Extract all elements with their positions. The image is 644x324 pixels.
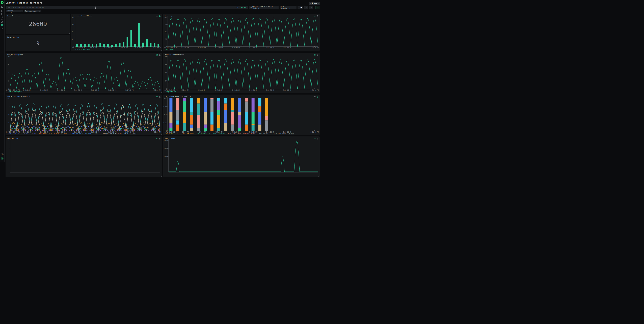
svg-text:100: 100 [7, 98, 10, 99]
svg-text:Dec 16 5:29:30 PM: Dec 16 5:29:30 PM [164, 47, 178, 48]
legend-item[interactable]: — clickpipes-aws-p..outheast-2.12c4n [99, 133, 128, 134]
svg-text:20K: 20K [164, 56, 167, 57]
legend-item[interactable]: — poll_success_syn..-flow-task-queue [226, 133, 255, 134]
legend-item[interactable]: — requests/sec [165, 91, 176, 92]
chart-legend: — clickpipes-aws-p..-us-east-2.12c4n— cl… [7, 133, 160, 134]
line-chart-icon[interactable] [156, 138, 158, 139]
svg-text:5:47:00 PM: 5:47:00 PM [126, 131, 134, 133]
resize-handle[interactable] [318, 92, 319, 93]
resize-handle[interactable] [318, 50, 319, 51]
app-logo-icon[interactable] [1, 1, 4, 4]
panel-title: Open Workflows [7, 15, 20, 17]
sql-mode-label[interactable]: SQL [236, 6, 239, 8]
kebab-menu-button[interactable]: ⋮ [317, 2, 320, 5]
legend-item[interactable]: — poll_success - c..-flow-task-queue [257, 133, 286, 134]
chart-mode-toggle[interactable] [156, 96, 160, 98]
filter-temporal-region[interactable]: Temporal region [24, 10, 41, 12]
bar-chart-icon[interactable] [159, 96, 160, 98]
resize-handle[interactable] [161, 92, 162, 93]
legend-more-link[interactable]: +56 more [288, 133, 294, 134]
dashboards-grid-icon[interactable] [1, 24, 3, 26]
svg-text:10K: 10K [164, 72, 167, 74]
resize-handle[interactable] [318, 134, 319, 135]
service-graph-icon[interactable] [1, 21, 3, 23]
svg-text:5:44:30 PM: 5:44:30 PM [266, 47, 274, 48]
granularity-select[interactable]: Auto Granularity [280, 6, 296, 9]
legend-item[interactable]: — no_poller_tasks ..-flow-task-queue [165, 133, 194, 134]
panel-toggle-icon[interactable] [1, 6, 3, 8]
svg-text:Dec 16 5:29:30 PM: Dec 16 5:29:30 PM [164, 131, 178, 133]
line-chart-icon[interactable] [156, 96, 158, 98]
bar-chart-icon[interactable] [317, 96, 318, 98]
bar-chart-icon[interactable] [159, 15, 160, 17]
legend-item[interactable]: — action/sec [165, 49, 174, 50]
settings-gear-icon[interactable] [1, 28, 3, 30]
svg-text:0.2: 0.2 [72, 38, 74, 40]
line-chart-icon[interactable] [314, 15, 316, 17]
alerts-bell-icon[interactable] [1, 15, 3, 18]
help-button[interactable]: ? [1, 153, 4, 156]
legend-item[interactable]: — clickpipes-aws-p..-us-east-2.12c4n [7, 133, 36, 134]
chart-mode-toggle[interactable] [314, 15, 318, 17]
query-language-toggle[interactable]: SQL | Lucene [236, 6, 246, 9]
bar-chart-icon[interactable] [317, 138, 318, 139]
search-bar: SQL | Lucene [6, 6, 248, 9]
chart-mode-toggle[interactable] [314, 96, 318, 98]
svg-text:50: 50 [8, 114, 9, 115]
svg-text:0.8: 0.8 [72, 16, 74, 18]
avatar[interactable]: D [1, 157, 4, 160]
svg-text:0.4: 0.4 [72, 31, 74, 33]
resize-handle[interactable] [161, 134, 162, 135]
chart-mode-toggle[interactable] [314, 138, 318, 139]
legend-item[interactable]: — successful workflows [72, 49, 90, 50]
panel-title: Pending requests/sec [165, 54, 184, 55]
panel-title: Actions/sec [165, 15, 175, 17]
bar-chart-icon[interactable] [317, 54, 318, 56]
resize-handle[interactable] [69, 50, 70, 51]
search-input[interactable] [6, 6, 248, 9]
resize-handle[interactable] [161, 50, 162, 51]
text-cursor-icon [95, 6, 96, 9]
tags-button[interactable]: 0 Tags [309, 2, 318, 5]
line-chart-icon[interactable] [314, 54, 316, 56]
legend-item[interactable]: — poll_timeout - c..-flow-task-queue [196, 133, 224, 134]
svg-text:75: 75 [8, 106, 9, 107]
chart-explorer-icon[interactable] [1, 13, 3, 15]
svg-text:150: 150 [164, 24, 167, 25]
refresh-button[interactable] [304, 6, 308, 9]
line-chart-icon[interactable] [314, 138, 316, 139]
svg-text:4: 4 [8, 72, 9, 74]
svg-text:5:34:30 PM: 5:34:30 PM [40, 89, 48, 91]
filter-temporal-namespace[interactable]: Temporal namespace [6, 10, 23, 12]
chart-mode-toggle[interactable] [156, 138, 160, 139]
legend-item[interactable]: — clickpipes-aws-p..-us-east-1.12c4n [68, 133, 98, 134]
run-query-button[interactable] [315, 6, 320, 9]
legend-item[interactable]: — active namespaces [7, 91, 22, 92]
svg-text:5:51:00 PM: 5:51:00 PM [310, 131, 319, 133]
filter-edit-button[interactable] [309, 6, 313, 9]
play-icon [317, 6, 318, 8]
legend-more-link[interactable]: +12 more [130, 133, 136, 134]
tags-label: 0 Tags [312, 2, 317, 4]
date-range-picker[interactable]: Dec 16 17:29:30 - Dec 16 17:51:30 [249, 6, 278, 9]
bar-chart-icon[interactable] [317, 15, 318, 17]
line-chart-icon[interactable] [156, 54, 158, 56]
panel-operations-per-namespace: Operations per namespace 0255075100Dec 1… [6, 94, 162, 135]
live-button[interactable]: Live [298, 6, 303, 9]
lucene-mode-label[interactable]: Lucene [241, 6, 246, 8]
resize-handle[interactable] [69, 33, 70, 33]
stat-value: 26609 [6, 14, 70, 34]
legend-item[interactable]: — clickpipes-aws-p..outheast-2.12c4n [38, 133, 66, 134]
sidebar: ? D [0, 0, 4, 162]
views-table-icon[interactable] [1, 10, 3, 12]
bar-chart-icon[interactable] [159, 54, 160, 56]
line-chart-icon[interactable] [314, 96, 316, 98]
sessions-laptop-icon[interactable] [1, 18, 3, 20]
chart-mode-toggle[interactable] [156, 54, 160, 56]
chart-mode-toggle[interactable] [156, 15, 160, 17]
chart-mode-toggle[interactable] [314, 54, 318, 56]
bar-chart-icon[interactable] [159, 138, 160, 139]
svg-text:5:34:30 PM: 5:34:30 PM [198, 47, 206, 48]
svg-text:5:42:00 PM: 5:42:00 PM [249, 89, 257, 91]
line-chart-icon[interactable] [156, 15, 158, 17]
